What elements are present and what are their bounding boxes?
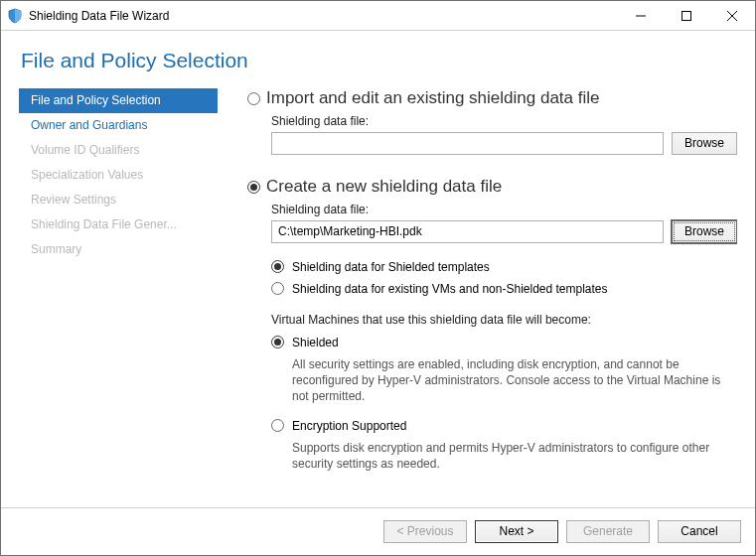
nav-owner-guardians[interactable]: Owner and Guardians: [19, 113, 218, 138]
import-option-label: Import and edit an existing shielding da…: [266, 88, 599, 108]
nav-file-policy[interactable]: File and Policy Selection: [19, 88, 218, 113]
import-file-label: Shielding data file:: [271, 114, 737, 128]
shield-icon: [7, 8, 23, 24]
nav-file-generation: Shielding Data File Gener...: [19, 212, 218, 237]
template-existing-option[interactable]: Shielding data for existing VMs and non-…: [271, 281, 737, 297]
vm-shielded-label: Shielded: [292, 335, 339, 350]
template-shielded-label: Shielding data for Shielded templates: [292, 259, 490, 275]
template-existing-label: Shielding data for existing VMs and non-…: [292, 281, 608, 297]
template-shielded-radio[interactable]: [271, 260, 284, 273]
nav-specialization: Specialization Values: [19, 163, 218, 188]
template-shielded-option[interactable]: Shielding data for Shielded templates: [271, 259, 737, 275]
create-option-label: Create a new shielding data file: [266, 177, 502, 197]
create-section: Shielding data file: C:\temp\Marketing-H…: [271, 203, 737, 472]
wizard-window: Shielding Data File Wizard File and Poli…: [0, 0, 756, 556]
create-option[interactable]: Create a new shielding data file: [247, 177, 737, 197]
vm-shielded-option[interactable]: Shielded: [271, 335, 737, 350]
import-radio[interactable]: [247, 92, 260, 105]
import-section: Shielding data file: Browse: [271, 114, 737, 155]
vm-encryption-radio[interactable]: [271, 419, 284, 432]
wizard-footer: < Previous Next > Generate Cancel: [1, 507, 755, 555]
maximize-button[interactable]: [664, 1, 709, 31]
template-existing-radio[interactable]: [271, 282, 284, 295]
vm-encryption-option[interactable]: Encryption Supported: [271, 418, 737, 434]
close-button[interactable]: [709, 1, 755, 31]
wizard-body: File and Policy Selection File and Polic…: [1, 31, 755, 507]
next-button[interactable]: Next >: [475, 520, 558, 543]
titlebar: Shielding Data File Wizard: [1, 1, 755, 31]
previous-button: < Previous: [383, 520, 467, 543]
nav-volume-id: Volume ID Qualifiers: [19, 138, 218, 163]
cancel-button[interactable]: Cancel: [658, 520, 741, 543]
minimize-button[interactable]: [618, 1, 664, 31]
vm-shielded-radio[interactable]: [271, 336, 284, 348]
generate-button: Generate: [566, 520, 650, 543]
import-file-input[interactable]: [271, 132, 664, 155]
window-title: Shielding Data File Wizard: [29, 9, 169, 23]
create-file-label: Shielding data file:: [271, 203, 737, 216]
nav-review: Review Settings: [19, 188, 218, 212]
create-browse-button[interactable]: Browse: [672, 220, 737, 243]
nav-summary: Summary: [19, 237, 218, 262]
page-title: File and Policy Selection: [21, 49, 737, 72]
create-file-input[interactable]: C:\temp\Marketing-HBI.pdk: [271, 220, 664, 243]
create-radio[interactable]: [247, 181, 260, 194]
wizard-sidebar: File and Policy Selection Owner and Guar…: [19, 88, 218, 507]
vm-outcome-intro: Virtual Machines that use this shielding…: [271, 313, 737, 327]
import-browse-button[interactable]: Browse: [672, 132, 737, 155]
content-columns: File and Policy Selection Owner and Guar…: [19, 88, 737, 507]
vm-encryption-desc: Supports disk encryption and permits Hyp…: [292, 440, 737, 472]
import-option[interactable]: Import and edit an existing shielding da…: [247, 88, 737, 108]
vm-shielded-desc: All security settings are enabled, inclu…: [292, 356, 737, 404]
vm-encryption-label: Encryption Supported: [292, 418, 406, 434]
svg-rect-1: [682, 11, 691, 20]
main-panel: Import and edit an existing shielding da…: [218, 88, 737, 507]
